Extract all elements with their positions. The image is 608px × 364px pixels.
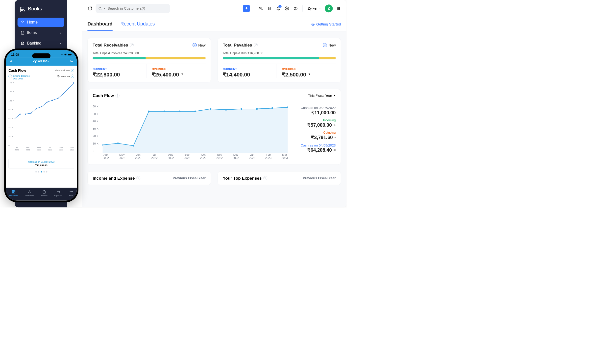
phone-tab-expenses[interactable]: Expenses xyxy=(54,190,62,197)
x-axis: Apr2022May2022Jun2022Jul2022Aug2022Sep20… xyxy=(93,153,288,160)
main-content: Dashboard Recent Updates Getting Started… xyxy=(82,17,347,207)
help-hint-icon[interactable]: ? xyxy=(254,43,258,47)
svg-point-31 xyxy=(271,107,273,109)
help-hint-icon[interactable]: ? xyxy=(263,176,267,180)
svg-point-16 xyxy=(337,9,338,10)
cash-link[interactable]: Cash as on 04/05/2023 xyxy=(291,143,336,147)
cash-as-on-value: ₹11,000.00 xyxy=(291,110,336,115)
svg-point-24 xyxy=(163,110,165,112)
svg-point-45 xyxy=(63,93,64,94)
svg-rect-6 xyxy=(268,7,270,10)
svg-point-17 xyxy=(338,9,339,10)
svg-point-38 xyxy=(25,114,26,115)
avatar[interactable]: Z xyxy=(325,4,333,12)
users-icon[interactable] xyxy=(258,5,264,11)
bag-icon xyxy=(21,31,24,35)
phone-tab-customers[interactable]: Customers xyxy=(25,190,34,197)
notifications-icon[interactable]: 3 xyxy=(275,5,281,11)
battery-icon xyxy=(68,54,72,56)
phone-header: Zylker Inc▼ xyxy=(6,57,77,66)
next-arrow-icon[interactable]: › xyxy=(71,75,74,78)
receivables-title: Total Receivables xyxy=(93,43,128,48)
chevron-down-icon[interactable]: ▼ xyxy=(308,73,311,76)
svg-point-52 xyxy=(29,191,30,192)
svg-point-11 xyxy=(338,7,339,7)
refresh-button[interactable] xyxy=(87,5,93,11)
ending-balance-value: ₹13,800.45 xyxy=(57,75,70,78)
y-axis: 60 K50 K40 K30 K20 K10 K0 xyxy=(93,105,98,153)
outgoing-value: ₹3,791.60 xyxy=(311,135,333,140)
svg-point-43 xyxy=(52,100,53,101)
phone-tab-dashboard[interactable]: Dashboard xyxy=(9,190,18,197)
payables-card: Total Payables ? ＋New Total Unpaid Bills… xyxy=(218,38,341,82)
chevron-down-icon[interactable]: ▼ xyxy=(181,73,183,76)
payables-bar xyxy=(223,57,336,59)
sidebar-item-items[interactable]: Items ▶ xyxy=(18,28,64,37)
clipboard-icon[interactable] xyxy=(266,5,272,11)
phone-box-value: ₹13,954.93 xyxy=(11,164,72,167)
topbar: ▼ + 3 Zylker ⌄ Z xyxy=(82,0,347,17)
svg-point-14 xyxy=(338,8,339,9)
help-hint-icon[interactable]: ? xyxy=(136,176,140,180)
current-value: ₹14,400.00 xyxy=(223,72,277,78)
svg-point-13 xyxy=(337,8,338,9)
chevron-right-icon: ▶ xyxy=(60,31,61,34)
overdue-value: ₹25,400.00 xyxy=(152,72,179,78)
cashflow-filter[interactable]: This Fiscal Year ▼ xyxy=(308,94,336,97)
page-tabs: Dashboard Recent Updates Getting Started xyxy=(82,17,347,31)
status-indicators: ••• xyxy=(61,53,72,56)
org-selector[interactable]: Zylker ⌄ xyxy=(306,6,322,11)
top-expenses-card: Your Top Expenses ? Previous Fiscal Year xyxy=(218,171,341,185)
svg-point-26 xyxy=(194,110,196,112)
overdue-label: OVERDUE xyxy=(152,67,206,71)
payables-title: Total Payables xyxy=(223,43,252,48)
top-expenses-filter[interactable]: Previous Fiscal Year xyxy=(303,176,336,180)
current-value: ₹22,800.00 xyxy=(93,72,146,78)
cashflow-title: Cash Flow xyxy=(93,93,114,98)
overdue-value: ₹2,500.00 xyxy=(282,72,306,78)
prev-arrow-icon[interactable]: ‹ xyxy=(8,75,12,78)
settings-icon[interactable] xyxy=(284,5,290,11)
help-icon[interactable] xyxy=(292,5,299,11)
phone-tabbar: DashboardCustomersInvoicesExpenses•••Mor… xyxy=(6,188,77,201)
phone-filter[interactable]: This Fiscal Year⚙ xyxy=(53,69,74,72)
folder-icon[interactable] xyxy=(70,59,73,63)
bell-icon[interactable] xyxy=(9,59,13,63)
tab-recent-updates[interactable]: Recent Updates xyxy=(121,21,155,31)
svg-point-15 xyxy=(339,8,340,9)
sidebar-item-home[interactable]: Home xyxy=(18,18,64,27)
tab-dashboard[interactable]: Dashboard xyxy=(87,21,112,31)
new-payable-button[interactable]: ＋New xyxy=(323,43,336,48)
chevron-right-icon: ▶ xyxy=(60,42,61,45)
current-label: CURRENT xyxy=(223,67,277,71)
getting-started-link[interactable]: Getting Started xyxy=(311,22,341,30)
apps-grid-icon[interactable] xyxy=(335,5,341,11)
cashflow-card: Cash Flow ? This Fiscal Year ▼ 60 K50 K4… xyxy=(87,89,341,165)
income-expense-filter[interactable]: Previous Fiscal Year xyxy=(173,176,206,180)
search-bar[interactable]: ▼ xyxy=(96,4,170,13)
svg-point-47 xyxy=(73,82,74,83)
svg-point-12 xyxy=(339,7,340,7)
phone-tab-invoices[interactable]: Invoices xyxy=(41,190,48,197)
total-value: ₹64,208.40 xyxy=(307,147,332,153)
phone-tab-more[interactable]: •••More xyxy=(69,190,73,197)
help-hint-icon[interactable]: ? xyxy=(130,43,134,47)
svg-point-4 xyxy=(259,7,261,8)
page-dots[interactable] xyxy=(8,171,74,172)
svg-point-21 xyxy=(117,143,119,144)
svg-point-27 xyxy=(210,108,212,110)
incoming-value: ₹57,000.00 xyxy=(307,122,332,128)
add-button[interactable]: + xyxy=(243,5,250,12)
play-circle-icon xyxy=(311,23,315,26)
sidebar-item-banking[interactable]: Banking ▶ xyxy=(18,39,64,48)
chevron-down-icon[interactable]: ▼ xyxy=(48,61,50,63)
cashflow-chart: 60 K50 K40 K30 K20 K10 K0 Apr2022May2022… xyxy=(93,105,288,160)
new-receivable-button[interactable]: ＋New xyxy=(193,43,205,48)
phone-time: 11:08 xyxy=(11,53,19,56)
search-input[interactable] xyxy=(107,6,167,11)
help-hint-icon[interactable]: ? xyxy=(116,94,120,97)
svg-point-9 xyxy=(295,9,296,9)
svg-point-40 xyxy=(36,108,37,109)
svg-point-28 xyxy=(225,109,227,111)
svg-point-30 xyxy=(256,108,258,110)
